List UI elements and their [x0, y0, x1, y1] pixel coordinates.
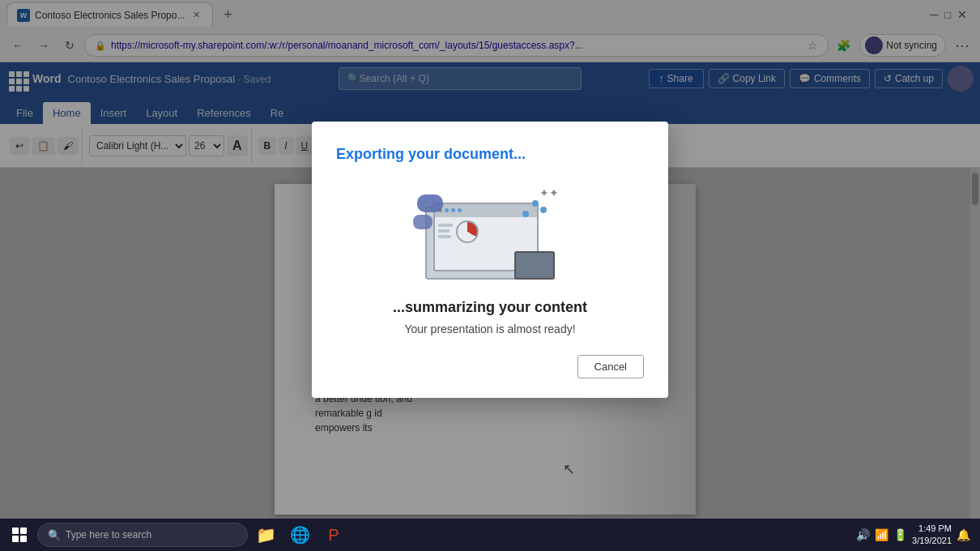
- modal-subtitle: Your presentation is almost ready!: [404, 322, 575, 335]
- taskbar-clock[interactable]: 1:49 PM 3/19/2021: [912, 523, 952, 548]
- bar-3: [438, 235, 451, 238]
- taskbar-powerpoint[interactable]: P: [317, 519, 350, 551]
- taskbar-right: 🔊 📶 🔋 1:49 PM 3/19/2021 🔔: [856, 523, 977, 548]
- illus-screen-body: [435, 217, 537, 246]
- taskbar-edge[interactable]: 🌐: [283, 519, 316, 551]
- taskbar-file-explorer[interactable]: 📁: [249, 519, 282, 551]
- modal-summarizing-text: ...summarizing your content: [393, 299, 587, 316]
- taskbar-search-icon: 🔍: [48, 529, 61, 541]
- export-illustration: ✦✦: [409, 182, 571, 280]
- volume-icon: 📶: [875, 528, 888, 541]
- export-dialog: Exporting your document...: [312, 122, 668, 398]
- illus-dark-box: [514, 251, 555, 280]
- mouse-cursor: ↖: [563, 460, 575, 478]
- taskbar-date-value: 3/19/2021: [912, 535, 952, 547]
- illus-blue-dot-1: [532, 200, 539, 207]
- bar-2: [438, 229, 450, 233]
- cancel-button[interactable]: Cancel: [577, 355, 644, 378]
- illus-screen-header: [435, 204, 537, 217]
- taskbar-search-placeholder: Type here to search: [66, 529, 151, 540]
- taskbar: 🔍 Type here to search 📁 🌐 P 🔊 📶 🔋 1:49 P…: [0, 519, 980, 551]
- taskbar-search[interactable]: 🔍 Type here to search: [37, 523, 248, 547]
- modal-actions: Cancel: [577, 355, 644, 378]
- powerpoint-icon: P: [328, 526, 339, 545]
- windows-icon: [12, 528, 27, 542]
- illus-sparkle: ✦✦: [539, 186, 559, 199]
- illus-bubble-1: [417, 194, 443, 212]
- taskbar-time-value: 1:49 PM: [912, 523, 952, 535]
- network-icon: 🔊: [856, 528, 870, 541]
- illus-blue-dot-2: [522, 211, 529, 217]
- start-button[interactable]: [3, 519, 36, 551]
- illus-dot-3: [451, 208, 455, 212]
- edge-icon: 🌐: [290, 525, 310, 545]
- battery-icon: 🔋: [893, 528, 907, 541]
- modal-overlay: Exporting your document...: [0, 0, 980, 519]
- illus-bubble-2: [413, 215, 432, 229]
- illus-pie-chart: [456, 220, 479, 243]
- modal-title: Exporting your document...: [336, 146, 526, 163]
- illus-blue-dot-3: [540, 207, 547, 213]
- file-explorer-icon: 📁: [256, 525, 276, 545]
- illus-dot-4: [458, 208, 462, 212]
- illus-dot-2: [445, 208, 449, 212]
- bar-1: [438, 224, 453, 227]
- illus-bars: [438, 224, 453, 243]
- notification-bell-icon[interactable]: 🔔: [957, 528, 970, 541]
